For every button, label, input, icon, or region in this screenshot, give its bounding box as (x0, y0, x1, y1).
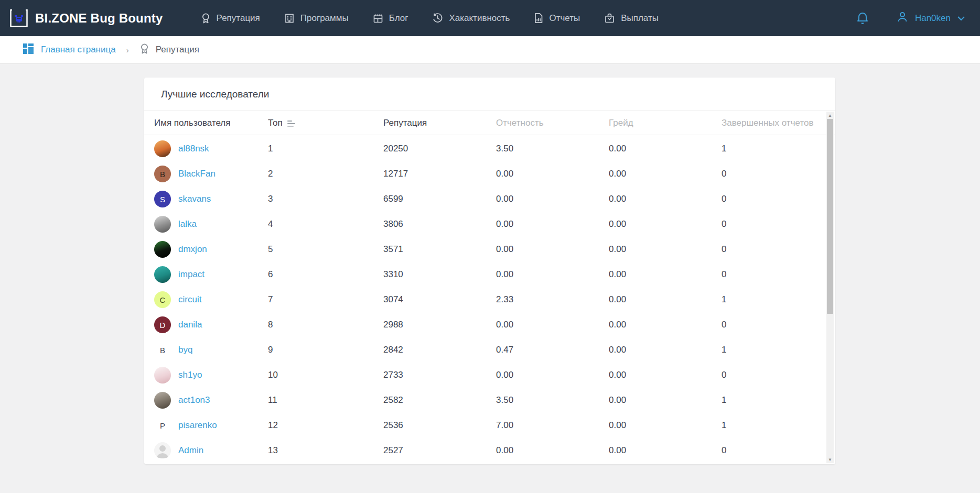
avatar: C (154, 291, 171, 308)
top-value: 8 (268, 320, 383, 330)
reputation-value: 20250 (383, 144, 496, 154)
table-row[interactable]: al88nsk 1 20250 3.50 0.00 1 (144, 136, 835, 161)
chevron-down-icon (957, 13, 965, 24)
notifications-bell-icon[interactable] (856, 12, 869, 25)
table-body: al88nsk 1 20250 3.50 0.00 1 B BlackFan 2… (144, 135, 835, 463)
nav-item-medal[interactable]: Репутация (201, 13, 260, 24)
avatar (154, 442, 171, 459)
nav-item-label: Выплаты (621, 13, 659, 24)
column-header: Репутация (383, 118, 496, 128)
completed-value: 0 (721, 370, 823, 380)
table-row[interactable]: sh1yo 10 2733 0.00 0.00 0 (144, 363, 835, 388)
reputation-value: 3571 (383, 244, 496, 255)
grade-value: 0.00 (609, 294, 721, 305)
user-icon (896, 10, 909, 26)
table-row[interactable]: dmxjon 5 3571 0.00 0.00 0 (144, 237, 835, 262)
grade-value: 0.00 (609, 320, 721, 330)
username-link[interactable]: byq (178, 345, 192, 355)
nav-item-report[interactable]: Отчеты (534, 13, 580, 24)
username-link[interactable]: skavans (178, 194, 211, 204)
scrollbar-thumb[interactable] (827, 119, 833, 314)
completed-value: 1 (721, 144, 823, 154)
scroll-down-arrow[interactable]: ▼ (826, 456, 834, 463)
table-row[interactable]: D danila 8 2988 0.00 0.00 0 (144, 312, 835, 337)
column-header: Грейд (609, 118, 721, 128)
username-link[interactable]: dmxjon (178, 244, 207, 255)
table-row[interactable]: B BlackFan 2 12717 0.00 0.00 0 (144, 161, 835, 187)
brand-logo[interactable]: BI.ZONE Bug Bounty (9, 8, 163, 28)
table-row[interactable]: C circuit 7 3074 2.33 0.00 1 (144, 287, 835, 312)
avatar (154, 241, 171, 258)
avatar: D (154, 316, 171, 333)
avatar (154, 216, 171, 233)
breadcrumb: Главная страница › Репутация (0, 36, 980, 64)
reporting-value: 0.00 (496, 194, 609, 204)
table-row[interactable]: B byq 9 2842 0.47 0.00 1 (144, 337, 835, 363)
reporting-value: 0.00 (496, 169, 609, 179)
scroll-up-arrow[interactable]: ▲ (826, 112, 834, 119)
grade-value: 0.00 (609, 420, 721, 431)
column-header-label: Грейд (609, 118, 633, 128)
username-link[interactable]: BlackFan (178, 169, 216, 179)
building-icon (284, 13, 295, 24)
vertical-scrollbar[interactable]: ▲ ▼ (826, 112, 834, 463)
account-menu[interactable]: Han0ken (896, 10, 965, 26)
completed-value: 0 (721, 219, 823, 229)
reporting-value: 0.00 (496, 370, 609, 380)
reputation-value: 12717 (383, 169, 496, 179)
reputation-value: 2988 (383, 320, 496, 330)
table-row[interactable]: Admin 13 2527 0.00 0.00 0 (144, 438, 835, 463)
username-link[interactable]: circuit (178, 294, 201, 305)
username-link[interactable]: pisarenko (178, 420, 217, 431)
reporting-value: 2.33 (496, 294, 609, 305)
completed-value: 0 (721, 194, 823, 204)
username-link[interactable]: act1on3 (178, 395, 210, 406)
nav-item-label: Блог (389, 13, 408, 24)
table-row[interactable]: P pisarenko 12 2536 7.00 0.00 1 (144, 413, 835, 438)
username-link[interactable]: Admin (178, 445, 203, 456)
top-value: 5 (268, 244, 383, 255)
column-header[interactable]: Топ (268, 118, 383, 128)
reporting-value: 0.00 (496, 244, 609, 255)
reputation-value: 6599 (383, 194, 496, 204)
table-header-row: Имя пользователяТопРепутацияОтчетностьГр… (144, 111, 835, 135)
grade-value: 0.00 (609, 345, 721, 355)
nav-item-payments[interactable]: Выплаты (604, 13, 659, 24)
username-link[interactable]: sh1yo (178, 370, 202, 380)
reputation-value: 2527 (383, 445, 496, 456)
reputation-value: 2582 (383, 395, 496, 406)
grade-value: 0.00 (609, 194, 721, 204)
completed-value: 0 (721, 244, 823, 255)
table-row[interactable]: S skavans 3 6599 0.00 0.00 0 (144, 187, 835, 212)
reputation-value: 3074 (383, 294, 496, 305)
account-username: Han0ken (915, 13, 951, 24)
column-header-label: Репутация (383, 118, 427, 128)
nav-item-blog[interactable]: Блог (373, 13, 408, 24)
username-link[interactable]: lalka (178, 219, 197, 229)
nav-item-history[interactable]: Хакактивность (432, 13, 510, 24)
home-grid-icon (23, 43, 34, 56)
completed-value: 0 (721, 169, 823, 179)
card-title: Лучшие исследователи (161, 89, 269, 100)
username-link[interactable]: danila (178, 320, 202, 330)
grade-value: 0.00 (609, 144, 721, 154)
username-link[interactable]: impact (178, 269, 204, 280)
medal-icon (201, 13, 211, 24)
table-row[interactable]: impact 6 3310 0.00 0.00 0 (144, 262, 835, 287)
scrollbar-track[interactable] (826, 119, 834, 456)
nav-item-label: Отчеты (549, 13, 580, 24)
history-icon (432, 13, 443, 24)
username-link[interactable]: al88nsk (178, 144, 209, 154)
top-researchers-card: Лучшие исследователи Имя пользователяТоп… (144, 78, 835, 464)
table-row[interactable]: lalka 4 3806 0.00 0.00 0 (144, 212, 835, 237)
completed-value: 0 (721, 320, 823, 330)
breadcrumb-home-link[interactable]: Главная страница (41, 45, 116, 55)
sort-icon[interactable] (287, 120, 295, 127)
avatar (154, 367, 171, 384)
top-value: 13 (268, 445, 383, 456)
breadcrumb-current-label: Репутация (156, 45, 199, 55)
main-menu: РепутацияПрограммыБлогХакактивностьОтчет… (201, 13, 659, 24)
nav-item-building[interactable]: Программы (284, 13, 349, 24)
table-row[interactable]: act1on3 11 2582 3.50 0.00 1 (144, 388, 835, 413)
reporting-value: 0.47 (496, 345, 609, 355)
